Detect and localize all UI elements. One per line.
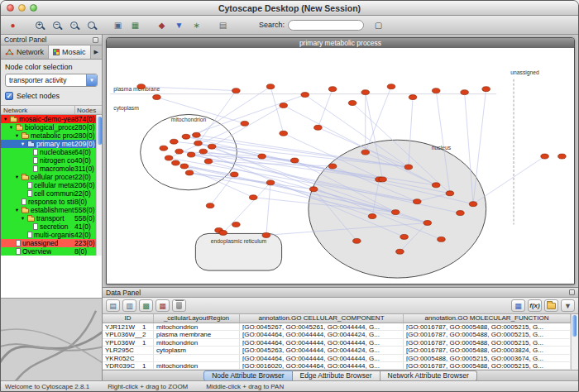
network-node[interactable]	[193, 132, 201, 137]
search-options-icon[interactable]: ▢	[371, 18, 386, 32]
network-node[interactable]	[280, 131, 288, 136]
minimize-button[interactable]	[18, 4, 26, 12]
network-canvas[interactable]: plasma membranecytoplasmmitochondrionnuc…	[107, 48, 574, 284]
float-data-panel-icon[interactable]	[569, 289, 575, 295]
network-node[interactable]	[301, 93, 309, 98]
network-node[interactable]	[230, 172, 238, 177]
network-window-titlebar[interactable]: primary metabolic process	[107, 38, 574, 48]
tree-toggle-icon[interactable]: ▼	[14, 131, 20, 140]
tree-item[interactable]: ▼transport558(0)	[1, 214, 96, 222]
network-node[interactable]	[348, 101, 356, 106]
tab-mosaic[interactable]: Mosaic	[49, 45, 91, 59]
table-row[interactable]: YLR295Ccytoplasm[GO:0045263, GO:0044444,…	[103, 347, 571, 354]
table-column-header[interactable]: _cellularLayoutRegion	[154, 314, 240, 323]
tree-item[interactable]: macromolecule metabol...311(0)	[1, 165, 96, 173]
tree-item[interactable]: Overview8(0)	[1, 247, 96, 256]
tree-item[interactable]: ▼metabolic process280(0)	[1, 131, 96, 140]
new-attribute-icon[interactable]: ▩	[139, 299, 153, 312]
network-node[interactable]	[262, 232, 270, 237]
close-button[interactable]	[7, 4, 14, 12]
network-node[interactable]	[361, 90, 370, 95]
tree-item[interactable]: ▼primary metabolic process209(0)	[1, 140, 96, 148]
network-node[interactable]	[219, 230, 227, 235]
table-column-header[interactable]: ID	[103, 314, 154, 323]
network-node[interactable]	[175, 149, 184, 154]
table-column-header[interactable]: annotation.GO CELLULAR_COMPONENT	[240, 314, 404, 323]
network-node[interactable]	[266, 84, 275, 89]
network-edge[interactable]	[318, 89, 333, 128]
network-node[interactable]	[328, 87, 337, 92]
network-node[interactable]	[423, 221, 432, 226]
tab-edge-attribute-browser[interactable]: Edge Attribute Browser	[293, 370, 380, 381]
tree-scrollbar-thumb[interactable]	[98, 117, 102, 145]
zoom-in-icon[interactable]: +	[31, 18, 47, 32]
network-node[interactable]	[180, 164, 189, 169]
unselect-attributes-icon[interactable]: ▥	[122, 299, 136, 312]
table-row[interactable]: YKR052C[GO:0044464, GO:0044444, GO:00444…	[103, 355, 571, 362]
network-node[interactable]	[160, 146, 168, 151]
vizmapper-icon[interactable]: ◆	[154, 18, 170, 32]
network-node[interactable]	[438, 237, 446, 241]
network-node[interactable]	[446, 191, 454, 196]
network-node[interactable]	[137, 84, 146, 89]
zoom-out-icon[interactable]: −	[49, 18, 65, 32]
select-nodes-checkbox[interactable]: ✓ Select nodes	[5, 92, 98, 100]
network-node[interactable]	[249, 195, 257, 200]
zoom-button[interactable]	[30, 4, 37, 12]
destroy-network-icon[interactable]: ●	[5, 18, 21, 32]
network-node[interactable]	[204, 159, 213, 164]
network-node[interactable]	[241, 121, 249, 126]
tree-item[interactable]: response to stimulus8(0)	[1, 198, 96, 206]
network-node[interactable]	[404, 165, 413, 170]
network-node[interactable]	[194, 141, 203, 146]
tree-scrollbar[interactable]	[96, 115, 102, 256]
table-row[interactable]: YPL036W__2plasma membrane[GO:0044464, GO…	[103, 331, 571, 338]
annotation-icon[interactable]: ▤	[215, 18, 231, 32]
tree-item[interactable]: secretion41(0)	[1, 222, 96, 231]
network-node[interactable]	[457, 211, 465, 216]
network-node[interactable]	[280, 103, 288, 108]
network-node[interactable]	[170, 139, 179, 144]
tab-network[interactable]: Network	[1, 45, 49, 59]
function-builder-icon[interactable]: f(x)	[528, 299, 542, 312]
network-node[interactable]	[266, 180, 275, 185]
network-node[interactable]	[409, 95, 417, 100]
import-attributes-icon[interactable]	[544, 299, 558, 312]
network-node[interactable]	[461, 90, 469, 95]
table-column-header[interactable]: annotation.GO MOLECULAR_FUNCTION	[404, 314, 571, 323]
network-edge[interactable]	[270, 87, 284, 134]
network-node[interactable]	[379, 177, 387, 182]
tree-item[interactable]: unassigned223(0)	[1, 239, 96, 247]
tree-toggle-icon[interactable]: ▼	[20, 214, 26, 222]
tree-item[interactable]: cellular metabolic proc...206(0)	[1, 181, 96, 189]
network-node[interactable]	[353, 238, 361, 243]
network-node[interactable]	[432, 183, 440, 188]
network-node[interactable]	[185, 170, 194, 175]
network-edge[interactable]	[208, 161, 333, 166]
network-node[interactable]	[290, 158, 299, 163]
network-node[interactable]	[391, 210, 400, 215]
tree-item[interactable]: ▼establishment of locali...558(0)	[1, 206, 96, 214]
network-edge[interactable]	[223, 183, 270, 233]
network-node[interactable]	[172, 160, 180, 165]
network-node[interactable]	[400, 234, 409, 239]
network-node[interactable]	[361, 150, 370, 155]
select-attributes-icon[interactable]: ▤	[106, 299, 120, 312]
network-node[interactable]	[396, 249, 404, 254]
tree-item[interactable]: cell communication22(0)	[1, 189, 96, 198]
network-node[interactable]	[206, 203, 214, 208]
tree-toggle-icon[interactable]: ▼	[20, 140, 26, 148]
network-node[interactable]	[232, 222, 241, 227]
tab-network-attribute-browser[interactable]: Network Attribute Browser	[380, 370, 477, 381]
network-edge[interactable]	[186, 95, 305, 137]
network-node[interactable]	[368, 214, 376, 219]
tree-toggle-icon[interactable]: ▼	[2, 115, 8, 123]
network-edge[interactable]	[212, 106, 284, 147]
tree-item[interactable]: nitrogen compound met...40(0)	[1, 156, 96, 165]
search-input[interactable]	[288, 20, 364, 31]
zoom-selected-icon[interactable]: ▫	[66, 18, 82, 32]
network-node[interactable]	[541, 154, 549, 159]
network-edge[interactable]	[473, 156, 545, 204]
tree-toggle-icon[interactable]: ▼	[14, 173, 20, 181]
float-panel-icon[interactable]	[93, 37, 98, 43]
